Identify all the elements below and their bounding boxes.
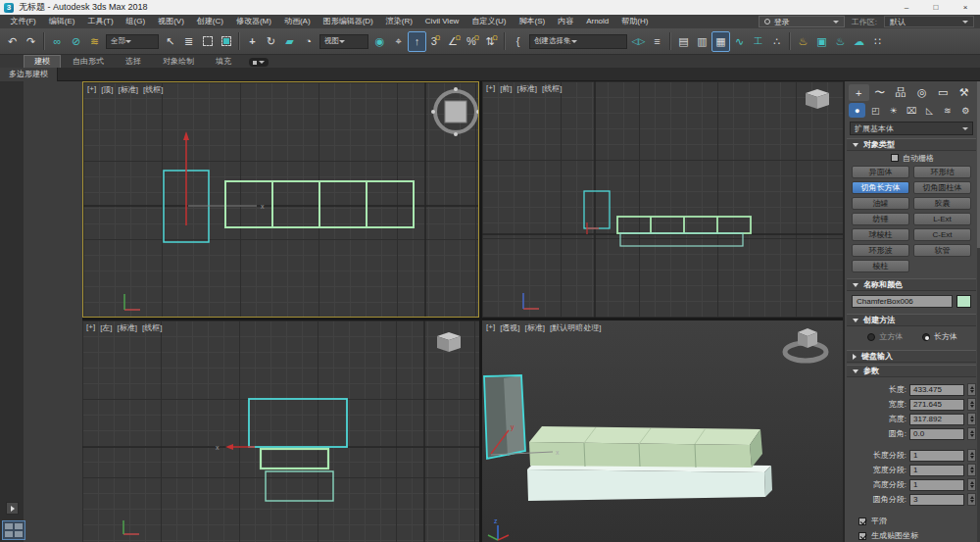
viewport-standard-menu[interactable]: [标准]	[525, 322, 545, 333]
rollout-name-and-color[interactable]: 名称和颜色	[847, 278, 976, 291]
ribbon-tab-modeling[interactable]: 建模	[24, 55, 61, 68]
percent-snap-icon[interactable]: % Ω	[464, 31, 482, 52]
length-segs-input[interactable]: 1	[909, 450, 964, 462]
select-by-name-icon[interactable]: ≣	[179, 31, 198, 52]
spinner-control[interactable]	[967, 464, 976, 476]
layer-manager-icon[interactable]: ▥	[693, 31, 711, 52]
button-spindle[interactable]: 纺锤	[852, 213, 909, 225]
keyboard-override-icon[interactable]: ↑	[408, 31, 426, 52]
viewport-menu-button[interactable]: [+]	[486, 322, 495, 333]
generate-mapping-coords-checkbox[interactable]	[858, 532, 866, 540]
cameras-category[interactable]: ⌧	[903, 103, 919, 118]
button-oil-tank[interactable]: 油罐	[852, 197, 909, 210]
viewport-left[interactable]: [+] [左] [标准] [线框] x	[82, 320, 479, 542]
bind-to-space-warp-icon[interactable]: ≋	[85, 31, 104, 52]
select-and-move-icon[interactable]: +	[243, 31, 262, 52]
selected-panel-3d[interactable]	[484, 375, 525, 459]
display-tab[interactable]: ▭	[933, 84, 954, 101]
shapes-category[interactable]: ◰	[866, 103, 883, 118]
select-object-icon[interactable]: ↖	[161, 31, 179, 52]
menu-edit[interactable]: 编辑(E)	[42, 15, 81, 28]
menu-views[interactable]: 视图(V)	[152, 15, 191, 28]
base-slab-3d[interactable]	[527, 463, 772, 501]
viewcube-mini[interactable]	[437, 332, 461, 352]
radio-box[interactable]: 长方体	[922, 331, 957, 342]
create-tab[interactable]: +	[849, 84, 869, 101]
object-color-swatch[interactable]	[956, 295, 971, 308]
viewport-name-menu[interactable]: [左]	[100, 322, 112, 333]
sign-in-dropdown[interactable]: 登录	[759, 16, 845, 27]
menu-scripting[interactable]: 脚本(S)	[513, 15, 552, 28]
ribbon-tab-populate[interactable]: 填充	[206, 56, 241, 68]
close-button[interactable]: ×	[951, 0, 980, 15]
object-name-input[interactable]: ChamferBox006	[852, 295, 953, 308]
button-l-ext[interactable]: L-Ext	[913, 213, 971, 225]
rollout-parameters[interactable]: 参数	[847, 365, 976, 377]
curve-editor-icon[interactable]: ∿	[730, 31, 749, 52]
viewport-name-menu[interactable]: [透视]	[500, 322, 519, 333]
menu-content[interactable]: 内容	[552, 15, 580, 28]
spinner-snap-icon[interactable]: ⇅ Ω	[482, 31, 501, 52]
unlink-selection-icon[interactable]: ⊘	[67, 31, 85, 52]
rendered-frame-window-icon[interactable]: ▣	[812, 31, 831, 52]
undo-icon[interactable]: ↶	[3, 31, 22, 52]
spinner-control[interactable]	[967, 493, 976, 506]
select-and-manipulate-icon[interactable]: ⌖	[389, 31, 408, 52]
rectangular-selection-region-icon[interactable]	[198, 31, 217, 52]
width-segs-input[interactable]: 1	[909, 465, 964, 476]
render-setup-icon[interactable]: ♨	[794, 31, 812, 52]
select-and-link-icon[interactable]: ∞	[48, 31, 67, 52]
smooth-checkbox[interactable]	[858, 517, 866, 525]
button-torus-knot[interactable]: 环形结	[913, 166, 971, 178]
geometry-category[interactable]: ●	[849, 103, 865, 118]
ribbon-toggle-icon[interactable]: ▦	[711, 31, 730, 52]
height-input[interactable]: 317.892	[909, 414, 964, 425]
spinner-control[interactable]	[967, 383, 976, 396]
reference-coordinate-dropdown[interactable]: 视图	[319, 34, 368, 49]
viewport-menu-button[interactable]: [+]	[486, 83, 495, 94]
viewport-name-menu[interactable]: [前]	[500, 83, 512, 94]
button-c-ext[interactable]: C-Ext	[913, 228, 971, 241]
utilities-tab[interactable]: ⚒	[955, 84, 975, 101]
spacewarps-category[interactable]: ≋	[939, 103, 956, 118]
workspace-dropdown[interactable]: 默认	[884, 16, 974, 27]
button-hedra[interactable]: 异面体	[852, 166, 909, 178]
menu-tools[interactable]: 工具(T)	[81, 15, 120, 28]
viewport-front[interactable]: [+] [前] [标准] [线框]	[482, 81, 843, 318]
autogrid-checkbox[interactable]	[891, 154, 899, 162]
wireframe-chamferbox-row-top-view[interactable]	[225, 181, 414, 227]
render-in-cloud-icon[interactable]: ☁	[850, 31, 868, 52]
select-and-rotate-icon[interactable]: ↻	[262, 31, 280, 52]
angle-snap-icon[interactable]: ∠ Ω	[445, 31, 464, 52]
menu-animation[interactable]: 动画(A)	[277, 15, 317, 28]
modify-tab[interactable]: 〜	[870, 84, 891, 101]
wireframe-panel-front-view[interactable]	[584, 191, 610, 228]
menu-civil-view[interactable]: Civil View	[418, 15, 466, 28]
menu-create[interactable]: 创建(C)	[190, 15, 229, 28]
button-gengon[interactable]: 球棱柱	[852, 228, 909, 241]
viewport-standard-menu[interactable]: [标准]	[118, 322, 137, 333]
material-editor-icon[interactable]: ∴	[767, 31, 786, 52]
edit-named-selection-sets-icon[interactable]: {	[509, 31, 527, 52]
viewport-shading-menu[interactable]: [默认明暗处理]	[550, 322, 601, 333]
viewport-menu-button[interactable]: [+]	[87, 84, 96, 95]
menu-customize[interactable]: 自定义(U)	[466, 15, 513, 28]
menu-graph-editors[interactable]: 图形编辑器(D)	[317, 15, 379, 28]
lights-category[interactable]: ☀	[885, 103, 902, 118]
workspaces-icon[interactable]: ∷	[868, 31, 887, 52]
viewport-shading-menu[interactable]: [线框]	[142, 322, 162, 333]
rollout-keyboard-entry[interactable]: 键盘输入	[847, 350, 976, 363]
mirror-icon[interactable]: ◁▷	[629, 31, 648, 52]
viewport-shading-menu[interactable]: [线框]	[542, 83, 562, 94]
fillet-segs-input[interactable]: 3	[909, 494, 964, 506]
maximize-button[interactable]: □	[921, 0, 951, 15]
systems-category[interactable]: ⚙	[957, 103, 974, 118]
menu-modifiers[interactable]: 修改器(M)	[229, 15, 277, 28]
selection-filter-dropdown[interactable]: 全部	[106, 34, 159, 49]
helpers-category[interactable]: ◺	[921, 103, 938, 118]
ribbon-minimize-button[interactable]	[249, 58, 269, 67]
redo-icon[interactable]: ↷	[22, 31, 40, 52]
ribbon-tab-object-paint[interactable]: 对象绘制	[153, 56, 204, 68]
viewcube-mini[interactable]	[806, 89, 829, 109]
select-and-scale-icon[interactable]: ▰	[280, 31, 299, 52]
